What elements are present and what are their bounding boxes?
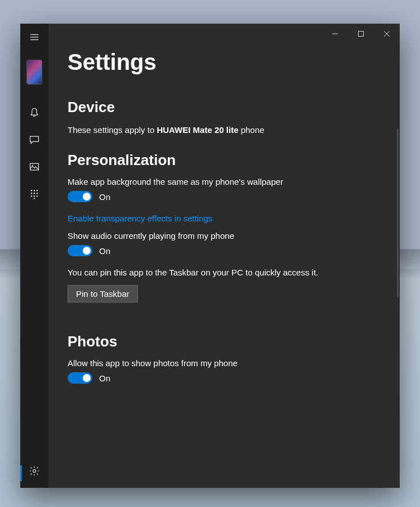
hamburger-menu-button[interactable] [20, 27, 48, 47]
hamburger-icon [29, 32, 39, 42]
scrollbar[interactable] [397, 128, 399, 297]
active-indicator [20, 465, 22, 481]
photos-toggle[interactable] [68, 372, 92, 384]
titlebar [48, 24, 400, 44]
toggle-knob [83, 247, 91, 255]
wallpaper-toggle-state: On [99, 192, 110, 202]
close-button[interactable] [374, 25, 400, 43]
wallpaper-toggle[interactable] [68, 191, 92, 202]
minimize-icon [332, 30, 338, 37]
phone-thumbnail[interactable] [26, 60, 42, 84]
sidebar-item-settings[interactable] [20, 457, 48, 484]
transparency-link[interactable]: Enable transparency effects in settings [68, 214, 212, 223]
audio-setting-label: Show audio currently playing from my pho… [68, 231, 381, 241]
toggle-knob [83, 193, 91, 201]
svg-point-4 [32, 164, 33, 166]
svg-point-5 [31, 190, 32, 191]
svg-point-14 [34, 198, 35, 199]
svg-point-13 [37, 195, 38, 197]
audio-toggle-state: On [99, 246, 110, 256]
message-icon [29, 134, 40, 145]
app-window: Settings Device These settings apply to … [20, 24, 400, 488]
sidebar-item-dialpad[interactable] [20, 180, 48, 207]
svg-point-12 [34, 195, 35, 197]
svg-rect-3 [30, 163, 39, 170]
minimize-button[interactable] [322, 25, 348, 43]
content-scroll[interactable]: Settings Device These settings apply to … [48, 44, 400, 488]
sidebar-item-photos[interactable] [20, 153, 48, 180]
audio-toggle[interactable] [68, 245, 92, 256]
svg-point-6 [34, 190, 35, 191]
sidebar [20, 24, 48, 488]
svg-point-9 [34, 193, 35, 194]
svg-point-8 [31, 193, 32, 194]
wallpaper-setting-label: Make app background the same as my phone… [68, 177, 381, 186]
svg-point-15 [33, 470, 36, 473]
pin-hint: You can pin this app to the Taskbar on y… [68, 268, 381, 277]
toggle-knob [83, 374, 91, 382]
maximize-icon [358, 30, 364, 37]
bell-icon [29, 107, 40, 118]
maximize-button[interactable] [348, 25, 374, 43]
photo-icon [29, 161, 40, 172]
gear-icon [29, 465, 40, 477]
device-text-prefix: These settings apply to [68, 125, 157, 135]
main-area: Settings Device These settings apply to … [48, 24, 400, 488]
svg-rect-17 [359, 32, 364, 37]
photos-allow-label: Allow this app to show photos from my ph… [68, 358, 381, 368]
close-icon [383, 30, 390, 37]
svg-point-7 [37, 190, 38, 191]
sidebar-item-messages[interactable] [20, 126, 48, 153]
section-title-device: Device [68, 99, 381, 116]
pin-to-taskbar-button[interactable]: Pin to Taskbar [68, 285, 138, 303]
sidebar-item-notifications[interactable] [20, 99, 48, 126]
svg-point-10 [37, 193, 38, 194]
dialpad-icon [29, 188, 40, 199]
device-description: These settings apply to HUAWEI Mate 20 l… [68, 124, 381, 136]
device-text-suffix: phone [238, 125, 264, 135]
section-title-personalization: Personalization [68, 152, 381, 169]
photos-toggle-state: On [99, 373, 110, 383]
section-title-photos: Photos [68, 333, 381, 350]
page-title: Settings [68, 50, 381, 75]
device-name: HUAWEI Mate 20 lite [157, 125, 238, 135]
svg-point-11 [31, 195, 32, 197]
